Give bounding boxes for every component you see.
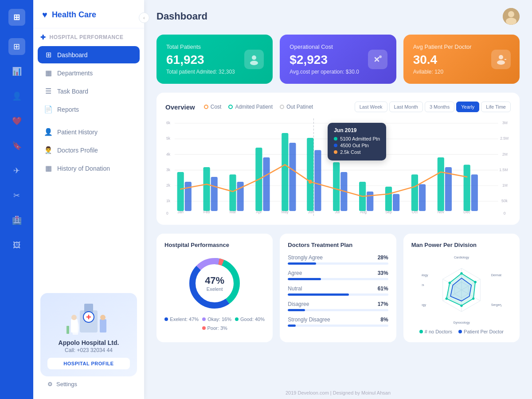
radar-container: Cardiology Dermatology Sergery Gynocolog… [411, 254, 512, 334]
stat-cards: Total Patients 61,923 Total patient Admi… [156, 35, 520, 84]
dashboard-menu-icon: ⊞ [44, 51, 53, 59]
treatment-label-row-2: Nutral 61% [288, 286, 388, 292]
treatment-row-2: Nutral 61% [288, 286, 388, 296]
taskboard-icon: ☰ [44, 87, 53, 95]
svg-text:6k: 6k [166, 121, 170, 125]
menu-item-doctors-profile[interactable]: 👨‍⚕️ Doctors Profile [38, 141, 140, 159]
hospital-name: Appolo Hospital Ltd. [47, 339, 130, 346]
nav-icon-dashboard[interactable]: ⊞ [8, 38, 25, 55]
menu-item-departments[interactable]: ▦ Departments [38, 64, 140, 82]
filter-yearly[interactable]: Yearly [456, 102, 479, 112]
hospital-profile-button[interactable]: HOSPITAL PROFILE [47, 358, 130, 369]
svg-rect-51 [333, 162, 340, 211]
hospital-performance-panel: Hostpital Performasnce [156, 234, 273, 342]
treatment-pct-0: 28% [378, 254, 388, 261]
svg-rect-4 [71, 319, 78, 332]
nav-icon-bookmark[interactable]: 🔖 [8, 137, 25, 154]
svg-point-16 [497, 60, 505, 65]
plus-icon: ✚ [40, 34, 46, 41]
svg-rect-59 [438, 157, 444, 211]
menu-item-history-donation[interactable]: ▦ History of Donation [38, 160, 140, 177]
legend-admitted: Admited Patient [228, 104, 273, 110]
svg-text:Cardiology: Cardiology [454, 256, 469, 259]
treatment-bar-3 [288, 309, 388, 311]
treatment-row-3: Disagree 17% [288, 301, 388, 311]
top-bar: Dashboard [144, 0, 532, 33]
footer: 2019 Develoon.com | Designed by Moinul A… [144, 387, 532, 399]
menu-item-dashboard[interactable]: ⊞ Dashboard [38, 46, 140, 63]
menu-item-reports[interactable]: 📄 Reports [38, 101, 140, 118]
icon-sidebar: ⊞ ⊞ 📊 👤 ❤️ 🔖 ✈ ✂ 🏥 🖼 [0, 0, 33, 399]
nav-icon-users[interactable]: 👤 [8, 88, 25, 105]
nav-icon-heart[interactable]: ❤️ [8, 113, 25, 129]
svg-rect-40 [203, 167, 210, 211]
legend-dot-poor [202, 326, 206, 330]
departments-icon: ▦ [44, 69, 53, 77]
user-avatar[interactable] [503, 8, 520, 25]
treatment-label-row-0: Strongly Agree 28% [288, 254, 388, 261]
svg-text:Nurology: Nurology [422, 303, 426, 307]
legend-good: Good: 40% [235, 317, 265, 322]
nav-icon-building[interactable]: 🏥 [8, 212, 25, 229]
tooltip-date: Jun 2019 [334, 127, 380, 133]
filter-last-week[interactable]: Last Week [355, 102, 387, 112]
chart-area: Jun 2019 5100 Admitted Ptn 4500 Out Ptn … [165, 118, 511, 216]
svg-text:0: 0 [504, 211, 506, 215]
svg-text:Apr: Apr [256, 210, 262, 215]
svg-rect-56 [393, 194, 399, 211]
filter-3-months[interactable]: 3 Months [425, 102, 454, 112]
manpower-title: Man Power Per Division [411, 242, 512, 248]
svg-rect-61 [464, 165, 470, 211]
svg-text:Nov: Nov [438, 210, 445, 215]
collapse-button[interactable]: ‹ [139, 12, 149, 23]
radar-legend-patients: Patient Per Doctor [458, 329, 504, 334]
svg-text:Orthopedics: Orthopedics [422, 283, 424, 287]
svg-rect-8 [66, 326, 69, 334]
hospital-performance-section: ✚ Hospital Performance [40, 34, 137, 41]
doctors-treatment-panel: Doctors Treatment Plan Strongly Agree 28… [280, 234, 396, 342]
page-title: Dashboard [156, 11, 207, 22]
chart-header: Overview Cost Admited Patient [165, 102, 511, 112]
menu-item-taskboard[interactable]: ☰ Task Board [38, 82, 140, 100]
treatment-label-4: Strongly Disagree [288, 317, 330, 323]
menu-item-patient-history[interactable]: 👤 Patient History [38, 123, 140, 141]
stat-icon-2 [491, 50, 511, 69]
svg-text:Aug: Aug [360, 210, 367, 215]
settings-icon: ⚙ [47, 381, 53, 387]
treatment-rows: Strongly Agree 28% Agree 33% Nutral 61% [288, 254, 388, 327]
radar-dot-doctors [419, 330, 423, 333]
treatment-pct-4: 8% [380, 317, 388, 323]
app-logo[interactable]: ⊞ [8, 9, 25, 26]
svg-rect-39 [185, 182, 192, 211]
treatment-row-1: Agree 33% [288, 270, 388, 280]
nav-icon-photo[interactable]: 🖼 [8, 237, 25, 254]
nav-icon-chart[interactable]: 📊 [8, 63, 25, 80]
svg-rect-41 [211, 177, 218, 211]
svg-point-13 [250, 61, 258, 65]
treatment-pct-3: 17% [378, 301, 388, 307]
nav-icon-plane[interactable]: ✈ [8, 162, 25, 179]
svg-point-12 [252, 55, 256, 60]
legend-exelent: Exelent: 47% [164, 317, 199, 322]
left-sidebar: ♥ Health Care ‹ ✚ Hospital Performance ⊞… [33, 0, 144, 399]
treatment-label-0: Strongly Agree [288, 254, 323, 261]
svg-text:1M: 1M [502, 183, 508, 188]
filter-last-month[interactable]: Last Month [389, 102, 423, 112]
treatment-label-row-4: Strongly Disagree 8% [288, 317, 388, 323]
legend-dot-out [280, 105, 284, 109]
svg-text:1k: 1k [166, 199, 170, 203]
filter-lifetime[interactable]: Life Time [481, 102, 511, 112]
svg-rect-45 [263, 157, 270, 211]
nav-icon-tools[interactable]: ✂ [8, 187, 25, 204]
svg-rect-49 [314, 150, 321, 211]
stat-card-avg: Avg Patient Per Doctor 30.4 Avilable: 12… [403, 35, 520, 84]
tooltip-dot-2 [334, 150, 337, 154]
tooltip-row-0: 5100 Admitted Ptn [334, 136, 380, 141]
svg-rect-62 [471, 175, 478, 211]
tooltip-row-2: 2.5k Cost [334, 149, 380, 155]
settings-item[interactable]: ⚙ Settings [40, 376, 137, 392]
treatment-bar-1 [288, 278, 388, 280]
svg-text:Mar: Mar [230, 210, 236, 215]
radar-dot-patients [458, 330, 462, 333]
svg-text:0: 0 [166, 211, 168, 215]
